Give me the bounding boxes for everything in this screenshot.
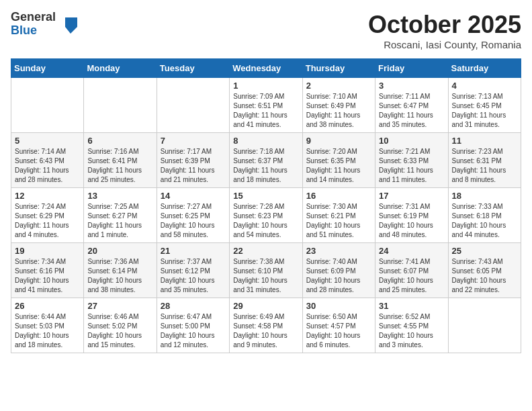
weekday-header-tuesday: Tuesday bbox=[157, 59, 229, 78]
day-number: 12 bbox=[15, 191, 80, 201]
day-number: 23 bbox=[306, 246, 371, 256]
day-info: Sunrise: 7:31 AM Sunset: 6:19 PM Dayligh… bbox=[379, 202, 444, 240]
day-number: 22 bbox=[233, 246, 298, 256]
day-number: 4 bbox=[452, 81, 517, 91]
day-number: 28 bbox=[161, 301, 226, 311]
calendar-cell: 2Sunrise: 7:10 AM Sunset: 6:49 PM Daylig… bbox=[302, 78, 375, 133]
calendar-cell bbox=[11, 78, 84, 133]
day-number: 10 bbox=[379, 136, 444, 146]
day-number: 27 bbox=[87, 301, 152, 311]
calendar-cell: 30Sunrise: 6:50 AM Sunset: 4:57 PM Dayli… bbox=[302, 298, 375, 353]
day-info: Sunrise: 7:20 AM Sunset: 6:35 PM Dayligh… bbox=[306, 147, 371, 185]
calendar-cell: 14Sunrise: 7:27 AM Sunset: 6:25 PM Dayli… bbox=[157, 188, 229, 243]
calendar-cell: 31Sunrise: 6:52 AM Sunset: 4:55 PM Dayli… bbox=[375, 298, 448, 353]
calendar-cell bbox=[448, 298, 521, 353]
day-number: 30 bbox=[306, 301, 371, 311]
logo-blue: Blue bbox=[11, 24, 56, 38]
day-info: Sunrise: 7:23 AM Sunset: 6:31 PM Dayligh… bbox=[452, 147, 517, 185]
day-info: Sunrise: 7:25 AM Sunset: 6:27 PM Dayligh… bbox=[87, 202, 152, 240]
calendar-cell: 7Sunrise: 7:17 AM Sunset: 6:39 PM Daylig… bbox=[157, 133, 229, 188]
page-header: General Blue October 2025 Roscani, Iasi … bbox=[11, 11, 521, 50]
day-number: 24 bbox=[379, 246, 444, 256]
calendar-cell: 5Sunrise: 7:14 AM Sunset: 6:43 PM Daylig… bbox=[11, 133, 84, 188]
calendar-cell: 19Sunrise: 7:34 AM Sunset: 6:16 PM Dayli… bbox=[11, 243, 84, 298]
day-number: 8 bbox=[233, 136, 298, 146]
day-info: Sunrise: 7:09 AM Sunset: 6:51 PM Dayligh… bbox=[233, 92, 298, 130]
weekday-header-wednesday: Wednesday bbox=[230, 59, 302, 78]
day-number: 16 bbox=[306, 191, 371, 201]
calendar-cell: 16Sunrise: 7:30 AM Sunset: 6:21 PM Dayli… bbox=[302, 188, 375, 243]
day-number: 13 bbox=[87, 191, 152, 201]
day-info: Sunrise: 7:21 AM Sunset: 6:33 PM Dayligh… bbox=[379, 147, 444, 185]
day-info: Sunrise: 7:36 AM Sunset: 6:14 PM Dayligh… bbox=[87, 257, 152, 295]
day-info: Sunrise: 6:46 AM Sunset: 5:02 PM Dayligh… bbox=[87, 312, 152, 350]
logo-text: General Blue bbox=[11, 11, 56, 38]
day-info: Sunrise: 7:27 AM Sunset: 6:25 PM Dayligh… bbox=[161, 202, 226, 240]
day-number: 21 bbox=[161, 246, 226, 256]
calendar-cell: 10Sunrise: 7:21 AM Sunset: 6:33 PM Dayli… bbox=[375, 133, 448, 188]
day-info: Sunrise: 7:10 AM Sunset: 6:49 PM Dayligh… bbox=[306, 92, 371, 130]
day-info: Sunrise: 7:11 AM Sunset: 6:47 PM Dayligh… bbox=[379, 92, 444, 130]
day-info: Sunrise: 7:17 AM Sunset: 6:39 PM Dayligh… bbox=[161, 147, 226, 185]
day-number: 20 bbox=[87, 246, 152, 256]
day-info: Sunrise: 7:16 AM Sunset: 6:41 PM Dayligh… bbox=[87, 147, 152, 185]
day-info: Sunrise: 7:24 AM Sunset: 6:29 PM Dayligh… bbox=[15, 202, 80, 240]
calendar-cell: 22Sunrise: 7:38 AM Sunset: 6:10 PM Dayli… bbox=[230, 243, 302, 298]
day-number: 18 bbox=[452, 191, 517, 201]
day-number: 3 bbox=[379, 81, 444, 91]
day-info: Sunrise: 6:50 AM Sunset: 4:57 PM Dayligh… bbox=[306, 312, 371, 350]
week-row-4: 19Sunrise: 7:34 AM Sunset: 6:16 PM Dayli… bbox=[11, 243, 521, 298]
calendar-cell: 13Sunrise: 7:25 AM Sunset: 6:27 PM Dayli… bbox=[84, 188, 157, 243]
weekday-header-friday: Friday bbox=[375, 59, 448, 78]
weekday-header-row: SundayMondayTuesdayWednesdayThursdayFrid… bbox=[11, 59, 521, 78]
month-title: October 2025 bbox=[368, 11, 521, 39]
day-info: Sunrise: 7:14 AM Sunset: 6:43 PM Dayligh… bbox=[15, 147, 80, 185]
day-info: Sunrise: 7:28 AM Sunset: 6:23 PM Dayligh… bbox=[233, 202, 298, 240]
calendar-cell: 9Sunrise: 7:20 AM Sunset: 6:35 PM Daylig… bbox=[302, 133, 375, 188]
calendar-cell: 28Sunrise: 6:47 AM Sunset: 5:00 PM Dayli… bbox=[157, 298, 229, 353]
week-row-1: 1Sunrise: 7:09 AM Sunset: 6:51 PM Daylig… bbox=[11, 78, 521, 133]
calendar-cell: 18Sunrise: 7:33 AM Sunset: 6:18 PM Dayli… bbox=[448, 188, 521, 243]
day-number: 14 bbox=[161, 191, 226, 201]
calendar-cell: 29Sunrise: 6:49 AM Sunset: 4:58 PM Dayli… bbox=[230, 298, 302, 353]
calendar-cell: 4Sunrise: 7:13 AM Sunset: 6:45 PM Daylig… bbox=[448, 78, 521, 133]
calendar-cell: 6Sunrise: 7:16 AM Sunset: 6:41 PM Daylig… bbox=[84, 133, 157, 188]
day-info: Sunrise: 7:34 AM Sunset: 6:16 PM Dayligh… bbox=[15, 257, 80, 295]
calendar-table: SundayMondayTuesdayWednesdayThursdayFrid… bbox=[11, 58, 521, 353]
weekday-header-monday: Monday bbox=[84, 59, 157, 78]
day-info: Sunrise: 6:52 AM Sunset: 4:55 PM Dayligh… bbox=[379, 312, 444, 350]
day-info: Sunrise: 6:47 AM Sunset: 5:00 PM Dayligh… bbox=[161, 312, 226, 350]
week-row-5: 26Sunrise: 6:44 AM Sunset: 5:03 PM Dayli… bbox=[11, 298, 521, 353]
day-number: 26 bbox=[15, 301, 80, 311]
day-info: Sunrise: 7:40 AM Sunset: 6:09 PM Dayligh… bbox=[306, 257, 371, 295]
title-block: October 2025 Roscani, Iasi County, Roman… bbox=[368, 11, 521, 50]
weekday-header-sunday: Sunday bbox=[11, 59, 84, 78]
day-info: Sunrise: 6:49 AM Sunset: 4:58 PM Dayligh… bbox=[233, 312, 298, 350]
calendar-cell: 1Sunrise: 7:09 AM Sunset: 6:51 PM Daylig… bbox=[230, 78, 302, 133]
day-number: 25 bbox=[452, 246, 517, 256]
calendar-cell: 25Sunrise: 7:43 AM Sunset: 6:05 PM Dayli… bbox=[448, 243, 521, 298]
day-number: 7 bbox=[161, 136, 226, 146]
day-number: 6 bbox=[87, 136, 152, 146]
day-number: 17 bbox=[379, 191, 444, 201]
weekday-header-thursday: Thursday bbox=[302, 59, 375, 78]
calendar-cell: 27Sunrise: 6:46 AM Sunset: 5:02 PM Dayli… bbox=[84, 298, 157, 353]
day-info: Sunrise: 6:44 AM Sunset: 5:03 PM Dayligh… bbox=[15, 312, 80, 350]
day-info: Sunrise: 7:38 AM Sunset: 6:10 PM Dayligh… bbox=[233, 257, 298, 295]
day-info: Sunrise: 7:18 AM Sunset: 6:37 PM Dayligh… bbox=[233, 147, 298, 185]
calendar-cell: 15Sunrise: 7:28 AM Sunset: 6:23 PM Dayli… bbox=[230, 188, 302, 243]
day-info: Sunrise: 7:37 AM Sunset: 6:12 PM Dayligh… bbox=[161, 257, 226, 295]
day-number: 11 bbox=[452, 136, 517, 146]
week-row-2: 5Sunrise: 7:14 AM Sunset: 6:43 PM Daylig… bbox=[11, 133, 521, 188]
week-row-3: 12Sunrise: 7:24 AM Sunset: 6:29 PM Dayli… bbox=[11, 188, 521, 243]
weekday-header-saturday: Saturday bbox=[448, 59, 521, 78]
calendar-cell: 23Sunrise: 7:40 AM Sunset: 6:09 PM Dayli… bbox=[302, 243, 375, 298]
day-info: Sunrise: 7:41 AM Sunset: 6:07 PM Dayligh… bbox=[379, 257, 444, 295]
day-number: 9 bbox=[306, 136, 371, 146]
logo: General Blue bbox=[11, 11, 77, 38]
calendar-cell: 8Sunrise: 7:18 AM Sunset: 6:37 PM Daylig… bbox=[230, 133, 302, 188]
calendar-cell: 21Sunrise: 7:37 AM Sunset: 6:12 PM Dayli… bbox=[157, 243, 229, 298]
svg-marker-0 bbox=[65, 17, 77, 27]
day-number: 15 bbox=[233, 191, 298, 201]
day-info: Sunrise: 7:43 AM Sunset: 6:05 PM Dayligh… bbox=[452, 257, 517, 295]
